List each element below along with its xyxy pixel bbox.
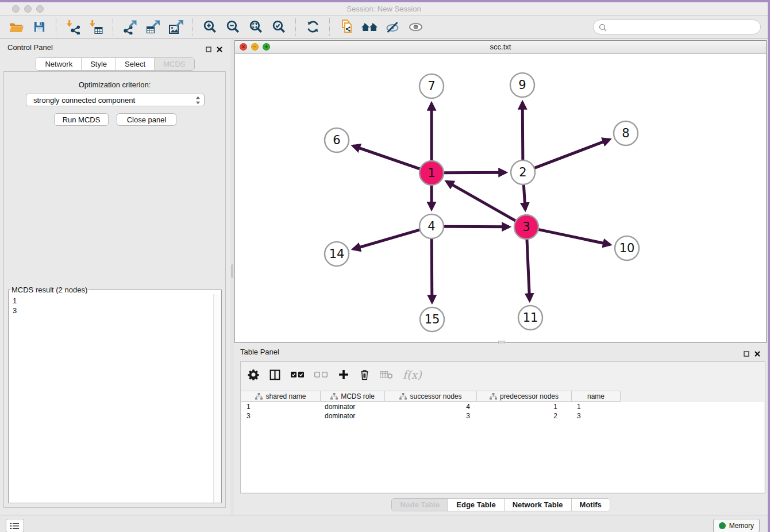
import-network-icon[interactable] xyxy=(61,17,84,37)
close-panel-icon[interactable] xyxy=(217,44,222,54)
svg-text:9: 9 xyxy=(518,78,526,92)
float-panel-icon[interactable] xyxy=(206,44,211,54)
float-panel-icon[interactable] xyxy=(744,348,749,358)
zoom-fit-icon[interactable] xyxy=(244,17,267,37)
graph-node-3[interactable]: 3 xyxy=(514,215,538,239)
graph-node-6[interactable]: 6 xyxy=(325,128,349,152)
svg-text:3: 3 xyxy=(522,220,530,234)
graph-node-7[interactable]: 7 xyxy=(419,74,444,98)
graph-node-1[interactable]: 1 xyxy=(419,161,444,185)
graph-edge-2-9[interactable] xyxy=(522,102,523,160)
home-icon[interactable] xyxy=(358,17,381,37)
tab-select[interactable]: Select xyxy=(116,58,154,70)
open-session-icon[interactable] xyxy=(5,17,28,37)
graph-edge-3-11[interactable] xyxy=(527,239,530,300)
zoom-selected-icon[interactable] xyxy=(267,17,290,37)
table-header: shared name MCDS role successor nodes pr… xyxy=(241,391,621,402)
memory-button[interactable]: Memory xyxy=(713,519,760,532)
svg-text:4: 4 xyxy=(428,219,435,233)
column-header-successor-nodes[interactable]: successor nodes xyxy=(385,391,477,401)
search-box[interactable] xyxy=(593,20,761,34)
table-row[interactable]: 3dominator323 xyxy=(241,411,764,421)
graph-edge-1-2[interactable] xyxy=(444,172,506,173)
column-header-name[interactable]: name xyxy=(572,391,621,401)
tab-motifs[interactable]: Motifs xyxy=(571,499,610,511)
save-session-icon[interactable] xyxy=(28,17,51,37)
network-canvas[interactable]: 7968124314101511 xyxy=(235,53,766,342)
svg-text:14: 14 xyxy=(329,247,345,261)
criterion-select[interactable]: strongly connected component xyxy=(26,94,205,106)
cell-shared-name[interactable]: 3 xyxy=(241,412,321,420)
table-row[interactable]: 1dominator411 xyxy=(241,402,764,411)
delete-column-icon[interactable] xyxy=(359,369,370,381)
close-panel-icon[interactable] xyxy=(754,348,760,358)
column-header-predecessor-nodes[interactable]: predecessor nodes xyxy=(477,391,572,401)
cell-shared-name[interactable]: 1 xyxy=(241,403,321,411)
graph-edge-2-3[interactable] xyxy=(523,184,525,210)
split-view-icon[interactable] xyxy=(269,369,281,381)
tab-node-table[interactable]: Node Table xyxy=(392,499,448,511)
tab-edge-table[interactable]: Edge Table xyxy=(448,499,503,511)
cell-predecessor-nodes[interactable]: 2 xyxy=(477,412,572,420)
select-all-columns-icon[interactable] xyxy=(291,371,305,378)
toolbar-separator xyxy=(56,18,56,36)
column-header-mcds-role[interactable]: MCDS role xyxy=(321,391,385,401)
cell-successor-nodes[interactable]: 4 xyxy=(385,403,477,411)
mcds-result-title: MCDS result (2 nodes) xyxy=(10,286,88,294)
graph-edge-3-10[interactable] xyxy=(538,229,610,244)
show-view-icon[interactable] xyxy=(404,17,427,37)
tab-style[interactable]: Style xyxy=(81,58,116,70)
column-header-shared-name[interactable]: shared name xyxy=(241,391,321,401)
search-input[interactable] xyxy=(610,22,756,32)
cell-mcds-role[interactable]: dominator xyxy=(321,412,385,420)
zoom-in-icon[interactable] xyxy=(198,17,221,37)
graph-edge-4-14[interactable] xyxy=(353,230,420,249)
export-table-icon[interactable] xyxy=(141,17,164,37)
tab-network[interactable]: Network xyxy=(36,58,81,70)
graph-node-9[interactable]: 9 xyxy=(510,73,534,97)
svg-text:1: 1 xyxy=(428,166,435,180)
hide-panels-icon[interactable] xyxy=(381,17,404,37)
network-window-titlebar[interactable]: × − + scc.txt xyxy=(235,41,766,54)
close-panel-button[interactable]: Close panel xyxy=(117,113,176,126)
cell-name[interactable]: 3 xyxy=(572,412,621,420)
tab-network-table[interactable]: Network Table xyxy=(504,499,571,511)
network-window[interactable]: × − + scc.txt 7968124314101511 xyxy=(234,40,767,343)
import-table-icon[interactable] xyxy=(84,17,107,37)
deselect-all-columns-icon[interactable] xyxy=(314,371,328,378)
refresh-layout-icon[interactable] xyxy=(301,17,324,37)
task-history-button[interactable] xyxy=(6,519,24,532)
cell-mcds-role[interactable]: dominator xyxy=(321,403,385,411)
graph-node-2[interactable]: 2 xyxy=(511,160,535,184)
graph-node-8[interactable]: 8 xyxy=(614,121,638,145)
graph-edge-3-1[interactable] xyxy=(446,182,516,221)
control-panel-window-icons xyxy=(206,44,222,54)
graph-edge-4-3[interactable] xyxy=(444,226,509,227)
graph-edge-1-6[interactable] xyxy=(353,146,420,169)
svg-text:11: 11 xyxy=(523,311,538,325)
graph-edge-2-8[interactable] xyxy=(534,140,610,168)
graph-node-11[interactable]: 11 xyxy=(518,306,542,330)
clone-network-icon[interactable] xyxy=(335,17,358,37)
mcds-result-scrollbar[interactable] xyxy=(213,294,221,503)
zoom-out-icon[interactable] xyxy=(221,17,244,37)
export-image-icon[interactable] xyxy=(164,17,187,37)
settings-icon[interactable] xyxy=(248,369,259,380)
cell-successor-nodes[interactable]: 3 xyxy=(385,412,477,420)
network-graph[interactable]: 7968124314101511 xyxy=(235,53,766,342)
run-mcds-button[interactable]: Run MCDS xyxy=(54,113,109,126)
graph-node-4[interactable]: 4 xyxy=(419,214,444,238)
splitter-grip[interactable] xyxy=(231,264,233,278)
export-network-icon[interactable] xyxy=(118,17,141,37)
table-tabs: Node Table Edge Table Network Table Moti… xyxy=(234,498,768,511)
tab-mcds[interactable]: MCDS xyxy=(154,58,194,70)
add-column-icon[interactable] xyxy=(338,369,349,380)
cell-name[interactable]: 1 xyxy=(572,403,621,411)
window-titlebar[interactable]: Session: New Session xyxy=(0,2,768,16)
graph-node-14[interactable]: 14 xyxy=(325,242,349,266)
graph-node-15[interactable]: 15 xyxy=(420,307,444,331)
graph-node-10[interactable]: 10 xyxy=(615,236,639,260)
cell-predecessor-nodes[interactable]: 1 xyxy=(477,403,572,411)
control-panel: Control Panel Network Style Select MCDS … xyxy=(0,39,230,515)
graph-edge-4-15[interactable] xyxy=(432,238,432,302)
